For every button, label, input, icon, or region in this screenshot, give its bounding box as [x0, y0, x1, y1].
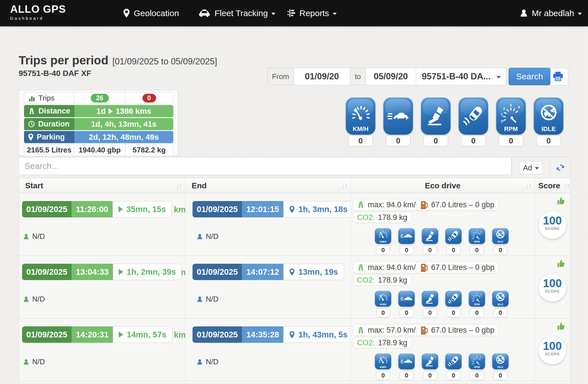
end-driver: N/D: [196, 232, 219, 241]
nav-reports[interactable]: Reports: [287, 0, 337, 26]
start-date: 01/09/2025: [22, 326, 72, 343]
eco-mini-tiles: KM/H RPM IDLE 0 0 0 0 0 0: [375, 228, 509, 256]
start-time: 13:04:33: [72, 264, 113, 280]
fuel-pump-icon: [420, 200, 428, 209]
thumbs-up-icon: [557, 197, 566, 205]
header-start[interactable]: Start↓↑: [19, 178, 185, 193]
distance-value: 1d 1386 kms: [74, 105, 173, 117]
fuel-total: 2165.5 Litres: [24, 144, 74, 156]
ad-dropdown-button[interactable]: Ad: [519, 161, 543, 174]
end-date: 01/09/2025: [193, 201, 242, 217]
fuel-pill: 67.0 Litres – 0 gbp: [416, 261, 499, 273]
start-duration: 14mn, 57s: [127, 330, 166, 339]
swerving-car-icon: [448, 293, 459, 305]
start-driver: N/D: [23, 357, 45, 366]
parking-label: Parking: [37, 133, 65, 141]
filter-bar: From to 95751-B-40 DA... Search: [267, 68, 550, 85]
trip-row[interactable]: kms 01/09/2025 14:20:31 14mn, 57s N/D 01…: [19, 318, 570, 381]
end-duration: 13mn, 19s: [298, 267, 338, 277]
summary-distance-row: Distance 1d 1386 kms: [24, 105, 173, 117]
header-score[interactable]: Score↓↑: [535, 178, 570, 193]
refresh-button[interactable]: [556, 163, 565, 172]
start-cell: kms 01/09/2025 11:26:00 35mn, 15s N/D: [19, 193, 185, 256]
brand-logo[interactable]: ALLO GPS Dashboard: [10, 3, 66, 21]
clock-icon: [28, 121, 35, 128]
end-time: 14:07:12: [242, 264, 283, 280]
search-input[interactable]: [19, 157, 512, 175]
summary-trips-row: Trips 26 0: [24, 92, 173, 104]
brake-pedal-icon: [424, 293, 436, 304]
rpm-count: 0: [470, 308, 484, 317]
no-idle-icon: [495, 230, 506, 240]
max-speed-pill: max: 57.0 km/h: [353, 324, 424, 336]
end-pill: 01/09/2025 12:01:15 1h, 3mn, 18s: [193, 201, 351, 217]
nav-geolocation[interactable]: Geolocation: [123, 0, 179, 26]
end-time: 12:01:15: [242, 201, 283, 217]
braking-count: 0: [423, 371, 437, 380]
brake-pedal-icon: [425, 105, 447, 127]
speed-tile: KM/H: [375, 291, 391, 307]
end-duration: 1h, 3mn, 18s: [298, 205, 347, 214]
idle-count: 0: [493, 308, 507, 317]
end-driver: N/D: [196, 295, 219, 304]
speed-count: 0: [348, 136, 373, 146]
trips-label: Trips: [38, 94, 55, 102]
from-date-input[interactable]: [294, 68, 350, 85]
vehicle-select[interactable]: 95751-B-40 DA...: [416, 68, 506, 85]
idle-tile: IDLE: [492, 354, 509, 369]
driver-icon: [23, 233, 29, 240]
braking-count: 0: [423, 246, 437, 255]
nav-fleet-tracking[interactable]: Fleet Tracking: [198, 0, 275, 26]
motorway-icon: [357, 326, 365, 334]
page-title: Trips per period[01/09/2025 to 05/09/202…: [19, 54, 217, 67]
speeding-count: 0: [399, 246, 414, 255]
idle-count: 0: [493, 246, 507, 255]
summary-duration-row: Duration 1d, 4h, 13mn, 41s: [24, 118, 173, 130]
print-button[interactable]: [548, 68, 568, 85]
eco-cell: max: 94.0 km/h 67.0 Litres – 0 gbp CO2:1…: [351, 256, 535, 318]
swerving-car-icon: [448, 355, 459, 367]
cornering-count: 0: [446, 308, 461, 317]
user-menu[interactable]: Mr abedlah: [520, 0, 582, 26]
distance-kms: 1386 kms: [116, 107, 151, 116]
duration-label-cell: Duration: [24, 118, 74, 130]
trip-row[interactable]: kms 01/09/2025 11:26:00 35mn, 15s N/D 01…: [19, 193, 570, 256]
rpm-gauge-icon: [472, 355, 482, 366]
end-cell: 01/09/2025 12:01:15 1h, 3mn, 18s N/D: [185, 193, 351, 256]
trips-label-cell: Trips: [24, 92, 74, 104]
distance-days: 1d: [96, 107, 106, 116]
trips-count-badge: 26: [91, 94, 109, 102]
summary-parking-row: Parking 2d, 12h, 48mn, 49s: [24, 131, 173, 143]
brand-subtitle: Dashboard: [10, 16, 66, 21]
play-triangle-icon: [118, 206, 123, 212]
end-date: 01/09/2025: [193, 264, 242, 280]
rpm-label: RPM: [496, 125, 526, 133]
brake-pedal-icon: [424, 356, 436, 367]
header-eco-drive[interactable]: Eco drive↓↑: [351, 178, 535, 193]
no-idle-icon: [495, 292, 506, 303]
search-button[interactable]: Search: [509, 68, 550, 85]
eco-summary-tiles: KM/H RPM IDLE 0 0 0 0 0 0: [346, 97, 564, 148]
summary-box: Trips 26 0 Distance 1d 1386 kms Dur: [19, 90, 178, 156]
distance-overflow: kms: [174, 205, 185, 214]
idle-label: IDLE: [534, 125, 563, 133]
braking-count: 0: [423, 136, 448, 146]
kmh-label: KM/H: [346, 125, 375, 133]
rpm-tile: RPM: [469, 354, 485, 369]
location-pin-icon: [28, 133, 34, 141]
speed-tile: KM/H: [375, 354, 391, 369]
navbar: ALLO GPS Dashboard Geolocation Fleet Tra…: [0, 0, 588, 26]
to-date-input[interactable]: [365, 68, 416, 85]
score-badge: 100 SCORE: [539, 211, 566, 239]
rpm-tile: RPM: [469, 291, 485, 307]
speeding-count: 0: [399, 371, 414, 380]
motorway-icon: [357, 264, 365, 271]
header-end[interactable]: End↓↑: [185, 178, 351, 193]
end-cell: 01/09/2025 14:35:28 1h, 43mn, 5s N/D: [185, 318, 351, 381]
harsh-braking-tile: [422, 228, 438, 244]
trip-row[interactable]: kms 01/09/2025 13:04:33 1h, 2mn, 39s N/D…: [19, 256, 570, 318]
eco-cell: max: 57.0 km/h 67.0 Litres – 0 gbp CO2:1…: [351, 318, 535, 381]
sort-icon: ↓↑: [341, 181, 347, 190]
start-time: 11:26:00: [72, 201, 113, 217]
fuel-pill: 67.0 Litres – 0 gbp: [416, 199, 499, 211]
